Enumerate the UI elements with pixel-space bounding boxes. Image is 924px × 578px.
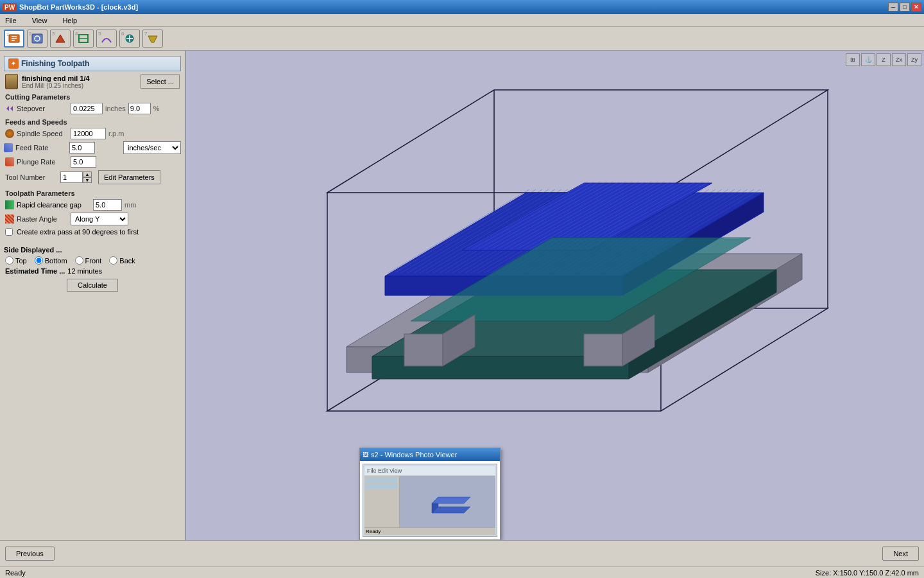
raster-icon [5,215,14,223]
step-3-button[interactable]: 3 [50,30,71,48]
feedrate-label: Feed Rate [15,144,67,152]
spindle-value-input[interactable] [71,128,106,139]
step-2-button[interactable]: 2 [27,30,47,48]
tool-name: finishing end mil 1/4 [22,74,90,82]
rapid-unit: mm [124,201,136,209]
radio-top-label: Top [15,257,27,265]
rapid-icon [5,200,14,209]
svg-rect-4 [32,34,42,43]
feedrate-value-input[interactable] [69,142,95,153]
status-size: Size: X:150.0 Y:150.0 Z:42.0 mm [816,569,919,577]
menu-view[interactable]: View [30,16,50,25]
rapid-value-input[interactable] [93,199,122,211]
tool-number-stepper: ▲ ▼ [60,171,92,183]
stepover-value-input[interactable] [71,103,103,114]
side-radio-group: Top Bottom Front Back [5,256,180,265]
photo-thumbnail-wrapper: File Edit View [363,464,497,537]
stepover-label: Stepover [17,105,68,112]
viewport-toolbar: ⊞ ⚓ Z Zx Zy [846,53,921,66]
view-reset-button[interactable]: ⊞ [846,53,860,66]
radio-bottom-input[interactable] [35,256,43,265]
title-bar-controls: ─ □ ✕ [888,3,921,12]
photo-viewer-popup: 🖼 s2 - Windows Photo Viewer File Edit Vi… [359,448,501,540]
svg-rect-85 [404,334,443,366]
svg-rect-87 [584,334,622,366]
thumbnail-panel-item [366,478,398,483]
svg-marker-91 [432,497,470,504]
previous-button[interactable]: Previous [5,547,55,561]
thumbnail-status: Ready [366,529,381,534]
rapid-gap-row: Rapid clearance gap mm [4,199,181,211]
side-displayed-section: Side Displayed ... Top Bottom Front [4,246,181,265]
photo-viewer-icon: 🖼 [363,451,368,458]
app-icon: PW [3,3,17,12]
feedrate-row: Feed Rate [4,142,121,153]
stepover-percent-input[interactable] [128,103,151,114]
estimated-time-row: Estimated Time ... 12 minutes [5,267,180,275]
spindle-icon [5,129,14,138]
restore-button[interactable]: □ [900,3,910,12]
radio-front: Front [75,256,102,265]
plunge-value-input[interactable] [71,156,96,168]
stepover-percent-symbol: % [153,105,160,112]
calculate-wrapper: Calculate [4,279,181,292]
feedrate-unit-dropdown[interactable]: inches/sec mm/sec inches/min mm/min [123,141,181,154]
view-z-button[interactable]: Z [877,53,891,66]
feeds-speeds-label: Feeds and Speeds [5,118,180,126]
radio-back-input[interactable] [109,256,117,265]
photo-viewer-content: File Edit View [360,461,500,539]
feedrate-icon [4,143,13,152]
tool-icon [5,74,18,89]
tool-number-label: Tool Number [5,173,56,181]
thumbnail-main [364,476,495,527]
tool-number-input[interactable] [60,171,83,183]
calculate-button[interactable]: Calculate [67,279,118,292]
plunge-icon [5,157,14,166]
raster-angle-row: Raster Angle Along Y Along X Along X and… [4,213,181,225]
3d-scene [186,51,924,540]
thumbnail-3d-object [425,484,470,520]
radio-top: Top [5,256,27,265]
stepover-icon [5,104,14,113]
step-5-button[interactable]: 5 [96,30,117,48]
section-title: Finishing Toolpath [21,59,89,68]
radio-bottom: Bottom [35,256,67,265]
extra-pass-checkbox[interactable] [5,228,13,236]
thumbnail-statusbar: Ready [364,527,495,535]
step-1-button[interactable]: 1 [4,30,24,48]
thumbnail-viewport [400,476,495,527]
menu-file[interactable]: File [3,16,19,25]
raster-angle-dropdown[interactable]: Along Y Along X Along X and Y [71,213,128,225]
tool-number-stepper-buttons: ▲ ▼ [83,171,92,183]
navigation-buttons: Previous Next [0,540,924,566]
view-zy-button[interactable]: Zy [907,53,921,66]
close-button[interactable]: ✕ [911,3,921,12]
tool-number-decrement[interactable]: ▼ [83,177,92,183]
view-anchor-button[interactable]: ⚓ [861,53,875,66]
menu-bar: File View Help [0,14,924,27]
toolpath-params-label: Toolpath Parameters [5,189,180,197]
radio-bottom-label: Bottom [45,257,67,265]
estimated-value: 12 minutes [67,267,102,275]
photo-viewer-title-bar: 🖼 s2 - Windows Photo Viewer [360,448,500,461]
view-zx-button[interactable]: Zx [892,53,906,66]
status-bar: Ready Size: X:150.0 Y:150.0 Z:42.0 mm [0,566,924,578]
thumbnail-menu: File Edit View [367,468,402,474]
raster-label: Raster Angle [17,215,68,223]
spindle-row: Spindle Speed r.p.m [4,128,181,139]
tool-number-increment[interactable]: ▲ [83,171,92,177]
minimize-button[interactable]: ─ [888,3,898,12]
radio-front-label: Front [85,257,102,265]
step-6-button[interactable]: 6 [119,30,140,48]
select-tool-button[interactable]: Select ... [141,74,180,89]
radio-front-input[interactable] [75,256,83,265]
edit-params-button[interactable]: Edit Parameters [98,170,160,184]
next-button[interactable]: Next [882,547,919,561]
finishing-icon: ✦ [8,58,19,69]
radio-top-input[interactable] [5,256,13,265]
step-4-button[interactable]: 4 [73,30,94,48]
main-layout: ✦ Finishing Toolpath finishing end mil 1… [0,51,924,540]
step-7-button[interactable]: 7 [142,30,163,48]
tool-info: finishing end mil 1/4 End Mill (0.25 inc… [5,74,180,89]
menu-help[interactable]: Help [60,16,80,25]
